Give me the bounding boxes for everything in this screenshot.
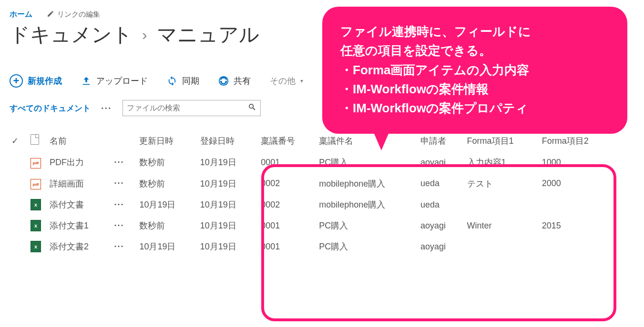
row-select[interactable] [10,236,29,257]
row-applicant: ueda [419,194,465,215]
row-select[interactable] [10,152,29,173]
row-forma1: Winter [465,215,540,236]
search-input[interactable] [127,104,248,112]
pdf-file-icon: pdf [31,179,41,189]
table-row[interactable]: pdfPDF出力···数秒前10月19日0001PC購入aoyagi入力内容11… [10,152,615,173]
new-button[interactable]: + 新規作成 [10,74,62,88]
row-modified: 数秒前 [137,152,198,173]
excel-file-icon: x [31,199,41,210]
row-registered: 10月19日 [198,194,259,215]
breadcrumb-separator-icon: › [142,26,147,44]
callout-line1: ファイル連携時に、フィールドに [340,22,609,41]
row-ringi-no: 0001 [259,215,317,236]
row-more-menu[interactable]: ··· [112,236,138,257]
document-table: ✓ 名前 更新日時 登録日時 稟議番号 稟議件名 申請者 Forma項目1 Fo… [10,129,615,257]
search-icon[interactable] [248,103,256,113]
upload-label: アップロード [96,75,148,87]
column-select[interactable]: ✓ [10,129,29,152]
row-forma1: テスト [465,173,540,195]
pencil-icon [47,10,54,19]
row-ringi-title: PC購入 [317,152,419,173]
column-ringi-no[interactable]: 稟議番号 [259,129,317,152]
row-forma2: 1000 [540,152,615,173]
row-select[interactable] [10,215,29,236]
row-more-menu[interactable]: ··· [112,173,138,195]
new-label: 新規作成 [28,75,62,87]
row-ringi-no: 0001 [259,236,317,257]
row-ringi-no: 0002 [259,173,317,195]
column-type [29,129,48,152]
sync-icon [167,76,177,86]
table-row[interactable]: x添付文書2···10月19日10月19日0001PC購入aoyagi [10,236,615,257]
row-ringi-no: 0001 [259,152,317,173]
plus-icon: + [10,74,23,88]
row-forma1 [465,194,540,215]
pdf-file-icon: pdf [31,158,41,168]
view-all-documents[interactable]: すべてのドキュメント [10,103,91,114]
sync-button[interactable]: 同期 [167,75,199,87]
excel-file-icon: x [31,241,41,252]
row-modified: 数秒前 [137,215,198,236]
row-forma1 [465,236,540,257]
row-name[interactable]: 添付文書2 [48,236,112,257]
row-forma2 [540,194,615,215]
row-applicant: ueda [419,173,465,195]
row-file-icon: pdf [29,152,48,173]
row-ringi-title: PC購入 [317,236,419,257]
row-ringi-title: mobilephone購入 [317,194,419,215]
other-label: その他 [270,75,296,87]
chevron-down-icon: ▾ [300,78,303,84]
row-name[interactable]: PDF出力 [48,152,112,173]
row-more-menu[interactable]: ··· [112,215,138,236]
column-registered[interactable]: 登録日時 [198,129,259,152]
callout-line2: 任意の項目を設定できる。 [340,41,609,60]
upload-button[interactable]: アップロード [81,75,148,87]
row-applicant: aoyagi [419,215,465,236]
column-name[interactable]: 名前 [48,129,112,152]
library-title[interactable]: ドキュメント [10,21,133,48]
sync-label: 同期 [182,75,199,87]
share-label: 共有 [234,75,251,87]
row-select[interactable] [10,173,29,195]
edit-links-button[interactable]: リンクの編集 [47,10,100,19]
row-modified: 10月19日 [137,194,198,215]
row-forma2: 2000 [540,173,615,195]
row-registered: 10月19日 [198,152,259,173]
home-link[interactable]: ホーム [10,10,32,20]
row-forma2: 2015 [540,215,615,236]
row-name[interactable]: 添付文書1 [48,215,112,236]
row-registered: 10月19日 [198,215,259,236]
row-ringi-no: 0002 [259,194,317,215]
callout-bullet1: ・Forma画面アイテムの入力内容 [340,60,609,79]
view-more-menu[interactable]: ··· [101,103,112,114]
other-menu[interactable]: その他 ▾ [270,75,303,87]
row-name[interactable]: 詳細画面 [48,173,112,195]
row-file-icon: pdf [29,173,48,195]
row-applicant: aoyagi [419,236,465,257]
callout-annotation: ファイル連携時に、フィールドに 任意の項目を設定できる。 ・Forma画面アイテ… [322,7,627,134]
upload-icon [81,76,92,86]
row-file-icon: x [29,194,48,215]
share-icon [218,76,229,86]
row-select[interactable] [10,194,29,215]
excel-file-icon: x [31,220,41,231]
callout-bullet3: ・IM-Workflowの案件プロパティ [340,99,609,118]
callout-bullet2: ・IM-Workflowの案件情報 [340,79,609,99]
table-row[interactable]: pdf詳細画面···数秒前10月19日0002mobilephone購入ueda… [10,173,615,195]
row-registered: 10月19日 [198,173,259,195]
callout-tail-icon [367,117,396,150]
row-more-menu[interactable]: ··· [112,194,138,215]
table-row[interactable]: x添付文書1···数秒前10月19日0001PC購入aoyagiWinter20… [10,215,615,236]
folder-title: マニュアル [157,21,259,48]
row-registered: 10月19日 [198,236,259,257]
row-name[interactable]: 添付文書 [48,194,112,215]
share-button[interactable]: 共有 [218,75,251,87]
row-modified: 数秒前 [137,173,198,195]
column-modified[interactable]: 更新日時 [137,129,198,152]
search-box[interactable] [123,100,261,116]
row-more-menu[interactable]: ··· [112,152,138,173]
row-file-icon: x [29,236,48,257]
row-modified: 10月19日 [137,236,198,257]
table-row[interactable]: x添付文書···10月19日10月19日0002mobilephone購入ued… [10,194,615,215]
row-ringi-title: mobilephone購入 [317,173,419,195]
